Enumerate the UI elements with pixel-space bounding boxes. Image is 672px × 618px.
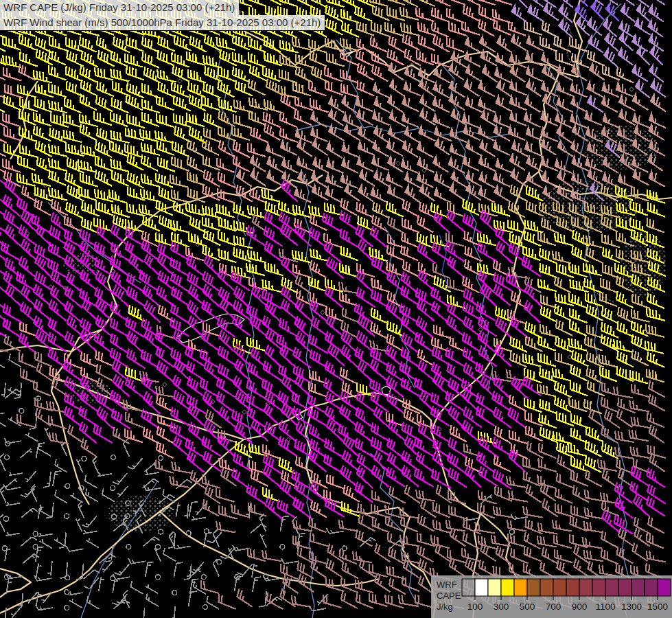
map-title-cape: WRF CAPE (J/kg) Friday 31-10-2025 03:00 … [0, 0, 240, 15]
wind-barb-map [0, 0, 672, 618]
cape-legend-cell [645, 579, 658, 596]
legend-tick-label: 1500 [647, 602, 668, 612]
cape-legend: WRF CAPE J/kg 10030050070090011001300150… [431, 575, 672, 618]
legend-tick-label: 300 [494, 602, 509, 612]
map-title-shear: WRF Wind shear (m/s) 500/1000hPa Friday … [0, 15, 325, 31]
cape-legend-cell [592, 579, 605, 596]
cape-legend-cell [462, 579, 475, 596]
cape-legend-cell [527, 579, 540, 596]
legend-tick-label: 1100 [595, 602, 615, 612]
weather-map-stage: WRF CAPE (J/kg) Friday 31-10-2025 03:00 … [0, 0, 672, 618]
legend-tick-label: 900 [572, 602, 588, 612]
title-overlay: WRF CAPE (J/kg) Friday 31-10-2025 03:00 … [0, 0, 325, 30]
cape-legend-cell [475, 579, 488, 596]
cape-legend-cell [553, 579, 566, 596]
cape-legend-cell [488, 579, 501, 596]
cape-legend-cell [658, 579, 671, 596]
cape-legend-cell [501, 579, 514, 596]
cape-legend-cell [514, 579, 527, 596]
legend-tick-label: 100 [467, 602, 483, 612]
cape-legend-cell [579, 579, 592, 596]
cape-colorbar: 100300500700900110013001500 [431, 575, 672, 618]
legend-tick-label: 1300 [621, 602, 642, 612]
cape-legend-cell [605, 579, 618, 596]
cape-legend-cell [632, 579, 645, 596]
cape-legend-cell [566, 579, 579, 596]
cape-legend-cell [618, 579, 632, 596]
legend-tick-label: 700 [546, 602, 561, 612]
legend-tick-label: 500 [520, 602, 535, 612]
cape-legend-cell [540, 579, 553, 596]
